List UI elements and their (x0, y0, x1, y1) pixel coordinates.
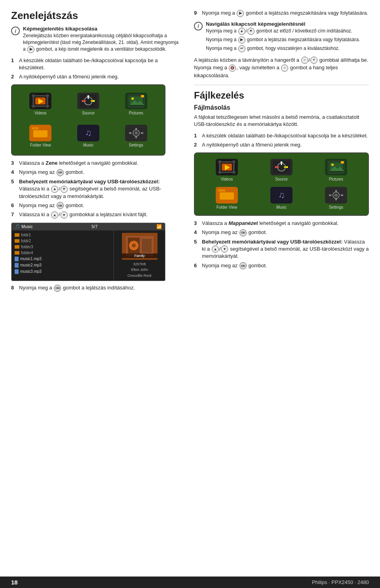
up-btn-5: ▲ (51, 186, 58, 193)
step-text-5: Behelyezett memóriakártyával vagy USB-tá… (19, 178, 181, 200)
svg-rect-22 (33, 130, 48, 137)
down-btn-note2: ▼ (247, 28, 255, 35)
music-header-title: 🎵 Music (15, 224, 33, 229)
preview-info: 3257KB Elton John Crocodile Rock (127, 261, 152, 278)
settings-icon-1 (125, 125, 147, 141)
menu-label-music-2: Music (276, 205, 287, 209)
steps2-mid: 3 Válassza a Mappanézet lehetőséget a na… (194, 220, 369, 269)
menu-grid-1: Videos (12, 85, 165, 155)
note-content-2: Navigálás kikapcsolt képmegjelenítésnél … (206, 21, 369, 52)
music-header-count: 5/7 (91, 224, 97, 229)
menu-item-videos-2: Videos (209, 159, 245, 181)
svg-rect-43 (218, 171, 236, 173)
step-text-4: Nyomja meg az OK gombot. (19, 169, 181, 176)
svg-rect-68 (335, 198, 337, 200)
list-item: music3.mp3 (11, 268, 114, 275)
step2-text-4: Nyomja meg az OK gombot. (202, 229, 369, 236)
step-item-2: 2 A nyitóképernyő után a főmenü jelenik … (11, 73, 181, 80)
step-item-6: 6 Nyomja meg az OK gombot. (11, 202, 181, 209)
down-btn-7: ▼ (61, 211, 68, 219)
videos-icon-2 (216, 159, 238, 175)
minus-btn: − (301, 57, 308, 64)
note-title-1: Képmegjelenítés kikapcsolása (23, 26, 181, 32)
step-text-9: Nyomja meg a ▶ gombot a lejátszás megsza… (202, 10, 369, 17)
step-num-4: 4 (11, 169, 17, 176)
divider-1 (194, 85, 369, 85)
up-btn-7: ▲ (51, 211, 58, 219)
list-item: foldr1 (11, 232, 114, 238)
menu-item-videos-1: Videos (23, 93, 58, 115)
page-container: Zenelejátszás i Képmegjelenítés kikapcso… (0, 0, 380, 588)
menu-label-videos-1: Videos (34, 111, 46, 115)
play-btn-note2: ▶ (238, 36, 245, 44)
footer-page-num: 18 (11, 579, 18, 586)
note-box-1: i Képmegjelenítés kikapcsolása Zeneleját… (11, 26, 181, 53)
step-item-7: 7 Válassza ki a ▲/▼ gombokkal a lejátsza… (11, 211, 181, 219)
menu-item-music-2: ♫ Music (264, 187, 299, 209)
step2-item-3: 3 Válassza a Mappanézet lehetőséget a na… (194, 220, 369, 227)
menu-row-bottom-1: Folder View ♫ Music (17, 121, 160, 151)
step-item-4: 4 Nyomja meg az OK gombot. (11, 169, 181, 176)
menu-item-pictures-1: Pictures (118, 93, 154, 115)
svg-rect-31 (141, 132, 143, 134)
svg-point-66 (334, 194, 338, 197)
step-num-1: 1 (11, 57, 17, 71)
file-name: music1.mp3 (20, 257, 42, 261)
menu-item-source-2: Source (264, 159, 299, 181)
step2-text-1: A készülék oldalán található be-/kikapcs… (202, 132, 369, 139)
menu-label-source-1: Source (82, 111, 95, 115)
step-item-5: 5 Behelyezett memóriakártyával vagy USB-… (11, 178, 181, 200)
settings-svg-2 (327, 188, 345, 202)
section2-title: Fájlkezelés (194, 90, 369, 101)
minus-btn2: − (281, 65, 288, 72)
menu-item-music-1: ♫ Music (70, 125, 106, 147)
step2-text-3: Válassza a Mappanézet lehetőséget a navi… (202, 220, 369, 227)
folder-icon-sm (15, 245, 19, 249)
step-item-9: 9 Nyomja meg a ▶ gombot a lejátszás megs… (194, 10, 369, 17)
step-item-3: 3 Válassza a Zene lehetőséget a navigáló… (11, 160, 181, 167)
mute-btn: 🔇 (229, 65, 236, 72)
source-icon-1 (77, 93, 99, 109)
music-svg-1: ♫ (80, 126, 97, 140)
info-icon-2: i (194, 22, 203, 30)
mp3-icon-sm (15, 263, 19, 268)
menu-label-folderview-2: Folder View (217, 205, 238, 209)
music-file-preview: Family Family 3257KB Elton John Crocodil… (114, 230, 165, 281)
ok-btn-4: OK (57, 169, 64, 176)
settings-icon-2 (325, 187, 347, 204)
note-text-2b: Nyomja meg a ▶ gombot a lejátszás megsza… (206, 36, 369, 44)
menu-row-bottom-2: Folder View ♫ Music (200, 185, 363, 211)
pictures-svg-2 (327, 160, 345, 174)
left-column: Zenelejátszás i Képmegjelenítés kikapcso… (11, 10, 181, 567)
source-icon-2 (270, 159, 293, 175)
list-item: music2.mp3 (11, 262, 114, 268)
step2-item-6: 6 Nyomja meg az OK gombot. (194, 262, 369, 270)
preview-artist: Elton John (127, 267, 152, 272)
note-content-1: Képmegjelenítés kikapcsolása Zenelejátsz… (23, 26, 181, 53)
step-num-6: 6 (11, 202, 17, 209)
svg-rect-30 (129, 132, 131, 134)
step-num-8: 8 (11, 284, 17, 292)
footer-brand: Philips · PPX2450 · 2480 (312, 579, 369, 585)
step2-text-2: A nyitóképernyő után a főmenü jelenik me… (202, 141, 369, 148)
svg-text:♫: ♫ (278, 190, 285, 200)
videos-svg-1 (32, 94, 49, 108)
folder-icon-sm (15, 233, 19, 237)
music-file-header: 🎵 Music 5/7 📶 (11, 223, 165, 230)
music-icon-2: ♫ (270, 187, 293, 204)
svg-point-27 (135, 131, 138, 135)
menu-screenshot-1: Videos (11, 84, 165, 156)
menu-label-settings-1: Settings (129, 143, 143, 147)
menu-item-pictures-2: Pictures (318, 159, 354, 181)
pictures-icon-2 (325, 159, 347, 175)
file-name: folder4 (21, 251, 33, 255)
step2-num-1: 1 (194, 132, 200, 139)
list-item: folder3 (11, 244, 114, 250)
content-area: Zenelejátszás i Képmegjelenítés kikapcso… (0, 0, 380, 577)
closing-text: A lejátszás közben a távirányítón a hang… (194, 56, 369, 80)
music-file-list: foldr1 foldr2 folder3 folder4 (11, 230, 114, 281)
svg-point-56 (331, 164, 334, 166)
play-btn-9: ▶ (237, 10, 244, 17)
svg-rect-21 (32, 127, 39, 129)
ok-btn-8: OK (54, 285, 61, 292)
